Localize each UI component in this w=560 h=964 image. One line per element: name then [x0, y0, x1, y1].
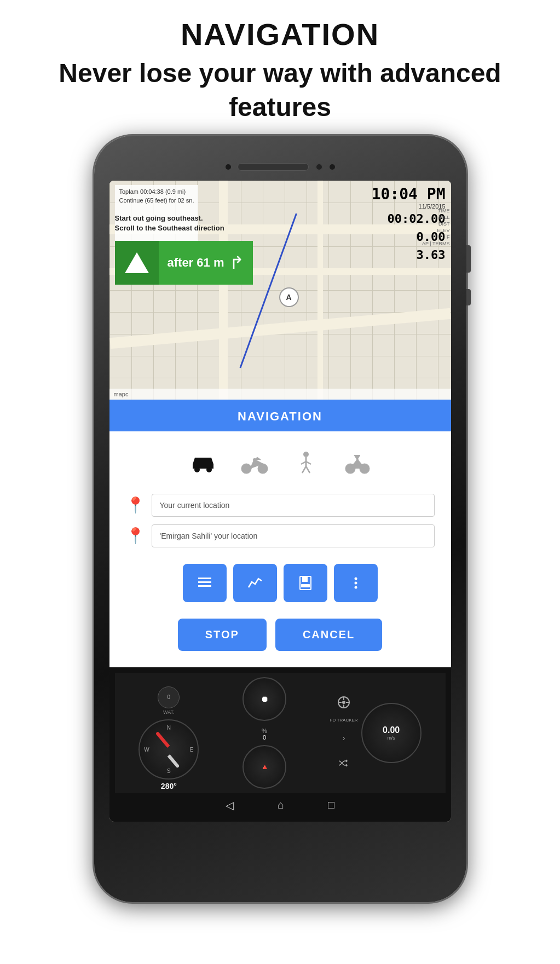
transport-car[interactable] [188, 448, 218, 477]
location-marker-a: A [279, 287, 299, 307]
phone-top-bar [109, 163, 451, 171]
side-label-f: F [422, 234, 450, 240]
gauge-top-value: ⏺ [261, 695, 268, 703]
side-label-dist: DIST [422, 221, 450, 227]
side-label-mill: MILL [422, 215, 450, 220]
location-to-row: 📍 'Emirgan Sahili' your location [126, 524, 435, 547]
action-buttons-row [109, 558, 451, 613]
map-bottom-bar: mapc [109, 389, 451, 400]
location-from-pin: 📍 [126, 496, 145, 514]
nav-direction-icon [115, 241, 159, 285]
volume-button[interactable] [466, 245, 471, 273]
nav-dialog-header: NAVIGATION [109, 402, 451, 431]
map-time: 10:04 PM [372, 185, 446, 203]
action-save-button[interactable] [284, 564, 327, 602]
svg-point-4 [196, 469, 198, 471]
location-to-pin: 📍 [126, 527, 145, 545]
wat-container: 0 WAT. [158, 686, 180, 715]
turn-arrow-icon: ↱ [229, 252, 244, 273]
nav-arrow-box: after 61 m ↱ [115, 241, 253, 285]
transport-mode-row [109, 431, 451, 488]
sensor-dot [226, 164, 231, 170]
speed-value: 0 [263, 734, 266, 741]
compass-east: E [190, 746, 194, 752]
header-section: NAVIGATION Never lose your way with adva… [0, 0, 560, 136]
phone-screen: Toplam 00:04:38 (0.9 mi) Continue (65 fe… [109, 181, 451, 822]
nav-distance-text: after 61 m [168, 256, 224, 270]
svg-line-14 [306, 466, 310, 473]
speed-gauge-display: 0.00 m/s [383, 725, 400, 741]
location-inputs: 📍 Your current location 📍 'Emirgan Sahil… [109, 488, 451, 558]
wat-value: 0 [168, 694, 171, 700]
svg-point-9 [303, 452, 309, 457]
svg-point-6 [242, 464, 251, 473]
map-area: Toplam 00:04:38 (0.9 mi) Continue (65 fe… [109, 181, 451, 400]
right-icons: FD TRACKER › [330, 692, 358, 773]
svg-rect-22 [302, 576, 308, 582]
ap-terms: AP | TERMS [422, 241, 450, 246]
front-camera [315, 163, 323, 171]
svg-point-5 [208, 469, 210, 471]
location-from-row: 📍 Your current location [126, 494, 435, 517]
nav-dialog-title: NAVIGATION [117, 409, 443, 424]
shuffle-icon-button[interactable] [334, 753, 354, 773]
svg-rect-20 [198, 585, 211, 587]
nav-recents-button[interactable]: □ [328, 799, 334, 811]
direction-line2: Scroll to the Southeast direction [115, 223, 320, 233]
svg-point-25 [354, 581, 357, 584]
nav-home-button[interactable]: ⌂ [278, 799, 284, 811]
stop-button[interactable]: STOP [178, 619, 267, 651]
wat-circle: 0 [158, 686, 180, 708]
svg-rect-1 [205, 459, 210, 463]
main-buttons-row: STOP CANCEL [109, 613, 451, 667]
top-info-line1: Toplam 00:04:38 (0.9 mi) [119, 187, 194, 197]
page-title: NAVIGATION [22, 16, 538, 52]
svg-point-24 [354, 577, 357, 580]
svg-rect-0 [196, 459, 201, 463]
sensor-dot2 [330, 164, 335, 170]
wat-label: WAT. [163, 709, 175, 715]
location-to-input[interactable]: 'Emirgan Sahili' your location [152, 524, 435, 547]
speed-percent: % [262, 728, 267, 734]
page-subtitle: Never lose your way with advanced featur… [22, 56, 538, 125]
chevron-right-icon-button[interactable]: › [334, 728, 354, 748]
side-label-elev: ELEV [422, 228, 450, 233]
svg-point-8 [253, 458, 256, 461]
action-more-button[interactable] [334, 564, 378, 602]
location-from-input[interactable]: Your current location [152, 494, 435, 517]
power-button[interactable] [466, 289, 471, 305]
direction-line1: Start out going southeast. [115, 213, 320, 223]
svg-point-7 [258, 464, 267, 473]
speaker-grille [238, 163, 309, 171]
action-chart-button[interactable] [233, 564, 277, 602]
svg-point-32 [342, 701, 345, 704]
phone-bottom-area: 0 WAT. N S E W 280° [109, 667, 451, 822]
nav-dialog: NAVIGATION [109, 400, 451, 667]
nav-distance-box: after 61 m ↱ [159, 241, 253, 285]
speed-display-value: 0.00 [383, 725, 400, 735]
svg-rect-18 [198, 578, 211, 579]
top-info-line2: Continue (65 feet) for 02 sn. [119, 196, 194, 205]
gauge-circle-top: ⏺ [243, 677, 286, 721]
action-list-button[interactable] [183, 564, 227, 602]
map-side-labels: TIME MILL DIST ELEV F AP | TERMS [422, 208, 450, 246]
speed-unit: m/s [383, 735, 400, 741]
nav-back-button[interactable]: ◁ [226, 799, 234, 812]
gauge-bottom-value: 🔺 [260, 763, 269, 771]
up-arrow-icon [125, 252, 149, 273]
map-elevation: 3.63 [372, 246, 446, 264]
side-label-time: TIME [422, 208, 450, 213]
compass: N S E W 280° [138, 719, 199, 780]
transport-motorcycle[interactable] [240, 448, 269, 477]
tracker-icon-button[interactable] [334, 692, 354, 712]
gauge-circle-bottom: 🔺 [243, 745, 286, 789]
compass-south: S [167, 768, 171, 774]
svg-line-13 [302, 466, 306, 473]
svg-point-17 [356, 459, 359, 461]
middle-gauges: ⏺ % 0 🔺 [243, 677, 286, 789]
transport-bicycle[interactable] [343, 448, 372, 477]
compass-west: W [144, 746, 149, 752]
cancel-button[interactable]: CANCEL [275, 619, 382, 651]
transport-pedestrian[interactable] [291, 448, 321, 477]
svg-rect-23 [301, 584, 310, 587]
